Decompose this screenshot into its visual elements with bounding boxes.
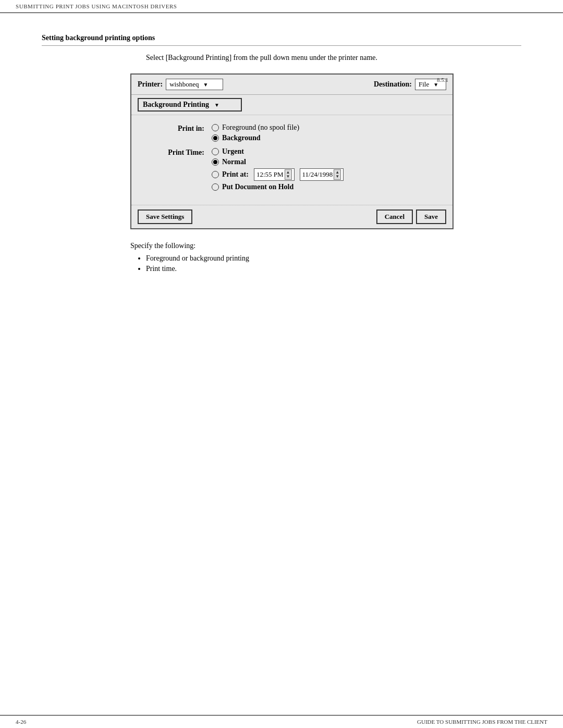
header-text: SUBMITTING PRINT JOBS USING MACINTOSH DR…: [16, 3, 177, 9]
bg-printing-dropdown[interactable]: Background Printing ▼: [138, 98, 242, 112]
date-input[interactable]: 11/24/1998 ▲▼: [300, 168, 344, 181]
print-time-choices: Urgent Normal Print at: 12:55 PM ▲▼: [212, 147, 344, 191]
time-input[interactable]: 12:55 PM ▲▼: [254, 168, 295, 181]
dialog-top-bar: 8.5.1 Printer: wishboneq ▼ Destination: …: [131, 75, 452, 95]
background-label: Background: [222, 134, 261, 142]
urgent-option[interactable]: Urgent: [212, 147, 344, 156]
date-value: 11/24/1998: [302, 170, 333, 179]
printer-label: Printer:: [138, 80, 163, 89]
print-time-row: Print Time: Urgent Normal Print at:: [152, 147, 442, 191]
print-at-radio[interactable]: [212, 171, 219, 178]
print-in-choices: Foreground (no spool file) Background: [212, 124, 299, 142]
normal-option[interactable]: Normal: [212, 158, 344, 166]
normal-label: Normal: [222, 158, 246, 166]
background-option[interactable]: Background: [212, 134, 299, 142]
cancel-button[interactable]: Cancel: [376, 209, 413, 224]
bullet-list: Foreground or background printing Print …: [146, 254, 521, 273]
time-value: 12:55 PM: [256, 170, 284, 179]
section-heading: Setting background printing options: [42, 34, 521, 46]
page-footer: 4-26 GUIDE TO SUBMITTING JOBS FROM THE C…: [0, 715, 563, 728]
bg-printing-label: Background Printing: [143, 101, 209, 109]
save-button[interactable]: Save: [416, 209, 446, 224]
printer-dropdown-arrow: ▼: [203, 82, 209, 88]
date-spinner[interactable]: ▲▼: [334, 169, 341, 180]
print-in-label: Print in:: [152, 124, 204, 133]
specify-text: Specify the following:: [130, 242, 521, 250]
destination-value: File: [419, 80, 429, 89]
options-table: Print in: Foreground (no spool file) Bac…: [152, 124, 442, 191]
bullet-item-1: Foreground or background printing: [146, 254, 521, 263]
print-time-label: Print Time:: [152, 147, 204, 157]
intro-text: Select [Background Printing] from the pu…: [146, 52, 407, 63]
save-settings-button[interactable]: Save Settings: [138, 209, 192, 224]
page-header: SUBMITTING PRINT JOBS USING MACINTOSH DR…: [0, 0, 563, 13]
hold-option[interactable]: Put Document on Hold: [212, 183, 344, 191]
destination-label: Destination:: [374, 80, 412, 89]
dialog-footer: Save Settings Cancel Save: [131, 205, 452, 228]
dialog-version: 8.5.1: [437, 77, 448, 83]
print-in-row: Print in: Foreground (no spool file) Bac…: [152, 124, 442, 142]
body-text: Specify the following: Foreground or bac…: [130, 242, 521, 273]
bg-printing-row: Background Printing ▼: [131, 95, 452, 115]
foreground-label: Foreground (no spool file): [222, 124, 299, 132]
printer-value: wishboneq: [169, 80, 199, 89]
urgent-radio[interactable]: [212, 148, 219, 155]
print-at-label: Print at:: [222, 170, 249, 179]
foreground-radio[interactable]: [212, 124, 219, 131]
print-at-option[interactable]: Print at: 12:55 PM ▲▼ 11/24/1998 ▲▼: [212, 168, 344, 181]
printer-dropdown[interactable]: wishboneq ▼: [166, 79, 223, 90]
foreground-option[interactable]: Foreground (no spool file): [212, 124, 299, 132]
background-radio[interactable]: [212, 134, 219, 142]
hold-radio[interactable]: [212, 183, 219, 191]
print-dialog: 8.5.1 Printer: wishboneq ▼ Destination: …: [130, 73, 454, 229]
urgent-label: Urgent: [222, 147, 244, 156]
main-content: Setting background printing options Sele…: [0, 13, 563, 317]
hold-label: Put Document on Hold: [222, 183, 293, 191]
normal-radio[interactable]: [212, 158, 219, 166]
bg-printing-dropdown-arrow: ▼: [214, 102, 219, 108]
footer-right: GUIDE TO SUBMITTING JOBS FROM THE CLIENT: [417, 719, 547, 725]
dialog-body: Print in: Foreground (no spool file) Bac…: [131, 115, 452, 205]
bullet-item-2: Print time.: [146, 265, 521, 273]
footer-left: 4-26: [16, 719, 26, 725]
time-spinner[interactable]: ▲▼: [285, 169, 292, 180]
